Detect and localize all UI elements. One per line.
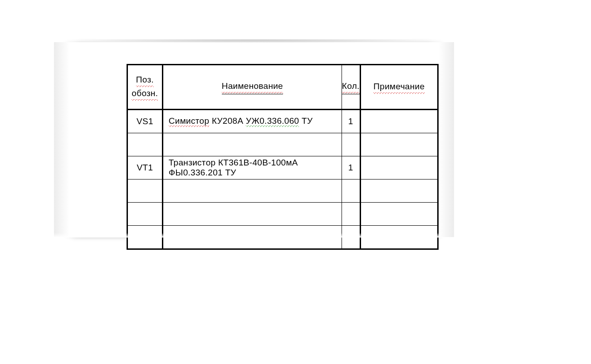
cell-name: [162, 226, 342, 249]
cell-pos: [127, 133, 163, 156]
header-position: Поз. обозн.: [127, 65, 163, 110]
header-position-line1: Поз.: [136, 73, 154, 87]
cell-name: [162, 203, 342, 226]
header-qty-text: Кол.: [342, 80, 360, 93]
cell-name: Транзистор КТ361В-40В-100мА ФЫ0.336.201 …: [162, 156, 342, 180]
header-name: Наименование: [162, 65, 342, 110]
cell-qty: [342, 226, 360, 249]
cell-qty: 1: [342, 156, 360, 180]
page-top-shadow: [69, 39, 439, 43]
header-qty: Кол.: [342, 65, 360, 110]
cell-pos: VS1: [127, 110, 163, 133]
cell-qty: [342, 180, 360, 203]
table-row: VT1 Транзистор КТ361В-40В-100мА ФЫ0.336.…: [127, 156, 438, 180]
cell-name: Симистор КУ208А УЖ0.336.060 ТУ: [162, 110, 342, 133]
cell-qty: [342, 133, 360, 156]
document-page: Поз. обозн. Наименование Кол. Примечание…: [69, 42, 439, 237]
specification-table: Поз. обозн. Наименование Кол. Примечание…: [127, 64, 439, 250]
cell-pos: [127, 226, 163, 249]
cell-note: [360, 203, 438, 226]
cell-note: [360, 133, 438, 156]
table-row: [127, 203, 438, 226]
header-position-line2: обозн.: [132, 87, 158, 101]
cell-name: [162, 180, 342, 203]
cell-pos: VT1: [127, 156, 163, 180]
cell-note: [360, 180, 438, 203]
table-row: [127, 133, 438, 156]
cell-note: [360, 226, 438, 249]
header-note-text: Примечание: [373, 80, 425, 94]
table-row: [127, 180, 438, 203]
cell-note: [360, 156, 438, 180]
cell-qty: 1: [342, 110, 360, 133]
table-row: [127, 226, 438, 249]
cell-pos: [127, 180, 163, 203]
table-row: VS1 Симистор КУ208А УЖ0.336.060 ТУ 1: [127, 110, 438, 133]
header-note: Примечание: [360, 65, 438, 110]
cell-note: [360, 110, 438, 133]
cell-qty: [342, 203, 360, 226]
table-header-row: Поз. обозн. Наименование Кол. Примечание: [127, 65, 438, 110]
cell-name: [162, 133, 342, 156]
header-name-text: Наименование: [222, 80, 283, 93]
cell-pos: [127, 203, 163, 226]
